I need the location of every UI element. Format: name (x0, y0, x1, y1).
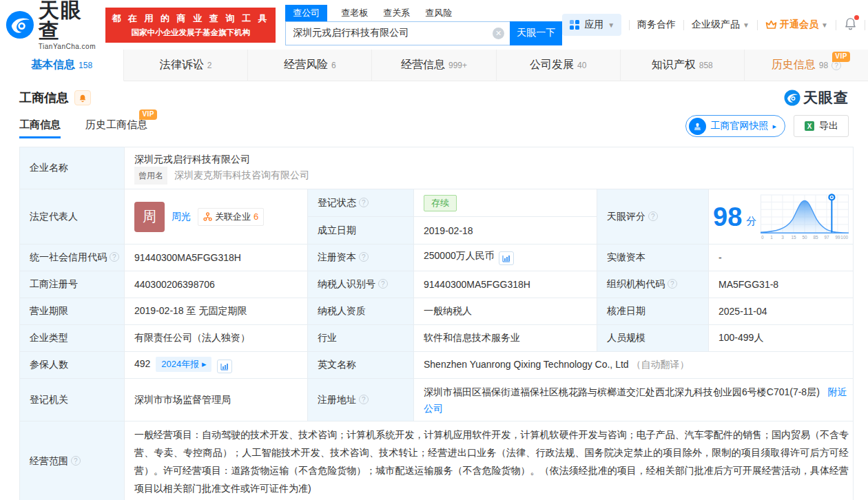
score-unit: 分 (746, 215, 756, 228)
help-icon[interactable]: ? (71, 456, 81, 466)
search-button[interactable]: 天眼一下 (510, 21, 562, 45)
vip-badge: VIP (832, 52, 850, 62)
business-scope-label: 经营范围 ? (20, 421, 125, 500)
score-cell[interactable]: 98 分 (709, 189, 854, 244)
tab-intellectual-property[interactable]: 知识产权 858 (621, 50, 745, 81)
subscribe-bell-button[interactable] (74, 90, 91, 105)
tab-legal-proceedings-count: 2 (207, 61, 212, 70)
svg-text:X: X (807, 123, 812, 130)
svg-text:85: 85 (814, 234, 819, 239)
tab-legal-proceedings[interactable]: 法律诉讼 2 (124, 50, 248, 81)
help-icon[interactable]: ? (378, 279, 388, 289)
chevron-down-icon: ▼ (608, 21, 614, 29)
tab-basic-info[interactable]: 基本信息 158 (0, 50, 124, 81)
business-cooperation-label: 商务合作 (637, 19, 676, 31)
org-code-value: MA5FGG31-8 (709, 271, 854, 298)
paid-capital-value: - (709, 244, 854, 271)
menu-divider (629, 20, 630, 30)
top-bar: 天眼查 TianYanCha.com 都 在 用 的 商 业 查 询 工 具 国… (0, 0, 868, 50)
capital-trend-chart-icon[interactable] (499, 251, 514, 265)
tianyancha-logo[interactable]: 天眼查 TianYanCha.com (6, 0, 99, 50)
menu-divider (757, 20, 758, 30)
annual-report-badge[interactable]: 2024年报 ▸ (156, 357, 211, 372)
taxpayer-quality-label: 纳税人资质 (308, 298, 414, 325)
related-companies-count: 6 (254, 211, 258, 222)
auto-translate-note: （自动翻译） (631, 359, 689, 370)
svg-text:0: 0 (761, 234, 764, 239)
search-tab-risk[interactable]: 查风险 (424, 5, 453, 21)
help-icon[interactable]: ? (110, 252, 119, 262)
former-name-badge: 曾用名 (134, 167, 167, 185)
export-button[interactable]: X 导出 (794, 115, 849, 137)
staff-size-value: 100-499人 (709, 325, 854, 352)
subtab-history-registration[interactable]: VIP 历史工商信息 (85, 118, 147, 138)
brand-name: 天眼查 (39, 0, 99, 41)
insured-trend-chart-icon[interactable] (217, 360, 232, 373)
english-name-cell: Shenzhen Yuanrong Qixing Technology Co.,… (414, 352, 854, 379)
reg-status-label: 登记状态 ? (308, 189, 414, 217)
tab-business-info[interactable]: 经营信息 999+ (372, 50, 496, 81)
tab-company-development[interactable]: 公司发展 40 (497, 50, 621, 81)
english-name-label: 英文名称 (308, 352, 414, 379)
notifications-bell[interactable] (844, 17, 857, 32)
stamp-icon (689, 118, 706, 135)
help-icon[interactable]: ? (648, 211, 658, 221)
official-snapshot-button[interactable]: 工商官网快照 ▸ (685, 115, 785, 137)
help-icon[interactable]: ? (359, 198, 369, 207)
open-vip-menu[interactable]: 开通会员 ▼ (765, 19, 828, 31)
related-companies-badge[interactable]: 关联企业 6 (198, 208, 264, 226)
search-tab-relation[interactable]: 查关系 (382, 5, 411, 21)
tab-legal-proceedings-label: 法律诉讼 (160, 58, 204, 72)
english-name-value: Shenzhen Yuanrong Qixing Technology Co.,… (424, 359, 629, 370)
business-term-value: 2019-02-18 至 无固定期限 (125, 298, 308, 325)
company-type-label: 企业类型 (20, 325, 125, 352)
enterprise-products-label: 企业级产品 (692, 19, 740, 31)
insured-count-cell: 4922024年报 ▸ (125, 352, 308, 379)
reg-capital-label: 注册资本 ? (308, 244, 414, 271)
tab-intellectual-property-label: 知识产权 (652, 58, 696, 72)
legal-rep-avatar[interactable]: 周 (134, 202, 165, 232)
business-cooperation-link[interactable]: 商务合作 (637, 19, 676, 31)
svg-text:99: 99 (836, 234, 841, 239)
export-label: 导出 (819, 120, 838, 132)
tab-operational-risk[interactable]: 经营风险 6 (248, 50, 372, 81)
insured-count-value: 492 (134, 358, 150, 369)
tianyancha-watermark: 天眼查 (784, 88, 849, 107)
help-icon[interactable]: ? (668, 279, 677, 289)
establish-date-value: 2019-02-18 (414, 217, 597, 244)
crown-icon (765, 20, 777, 30)
company-name-cell: 深圳元戎启行科技有限公司 曾用名 深圳麦克斯韦科技咨询有限公司 (125, 147, 854, 189)
search-tab-boss[interactable]: 查老板 (340, 5, 369, 21)
subtab-history-registration-label: 历史工商信息 (85, 118, 147, 130)
search-tab-company[interactable]: 查公司 (285, 5, 327, 21)
help-icon[interactable]: ? (359, 395, 369, 404)
reg-authority-value: 深圳市市场监督管理局 (125, 379, 308, 421)
tab-business-info-label: 经营信息 (401, 58, 445, 72)
chevron-down-icon: ▼ (743, 21, 750, 29)
content-area: 工商信息 天眼查 工商信息 VIP 历史工商信息 (0, 81, 868, 500)
help-icon[interactable]: ? (359, 252, 369, 262)
reg-address-label: 注册地址 ? (308, 379, 414, 421)
chevron-down-icon: ▼ (821, 21, 828, 29)
tab-basic-info-count: 158 (79, 61, 92, 70)
svg-text:15: 15 (792, 234, 797, 239)
reg-capital-value: 250000万人民币 (424, 250, 495, 261)
enterprise-products-menu[interactable]: 企业级产品 ▼ (692, 19, 750, 31)
establish-date-label: 成立日期 (308, 217, 414, 244)
clear-search-icon[interactable]: ✕ (493, 28, 504, 39)
menu-divider (836, 20, 836, 30)
score-value: 98 (713, 204, 742, 230)
apps-label: 应用 (584, 19, 603, 31)
legal-rep-name-link[interactable]: 周光 (172, 211, 191, 223)
tab-basic-info-label: 基本信息 (31, 58, 75, 72)
search-input[interactable] (285, 21, 510, 45)
subtab-business-registration[interactable]: 工商信息 (19, 118, 61, 138)
apps-menu[interactable]: 应用 ▼ (562, 14, 621, 36)
tab-history-info-count: 98 (819, 61, 828, 70)
tab-history-info[interactable]: VIP 历史信息 98 ? (745, 50, 868, 81)
search-box: 查公司 查老板 查关系 查风险 ✕ 天眼一下 (285, 5, 562, 45)
tab-business-info-count: 999+ (448, 61, 467, 70)
former-name-value: 深圳麦克斯韦科技咨询有限公司 (174, 169, 309, 180)
legal-rep-label: 法定代表人 (20, 189, 125, 244)
credit-code-label: 统一社会信用代码 ? (20, 244, 125, 271)
